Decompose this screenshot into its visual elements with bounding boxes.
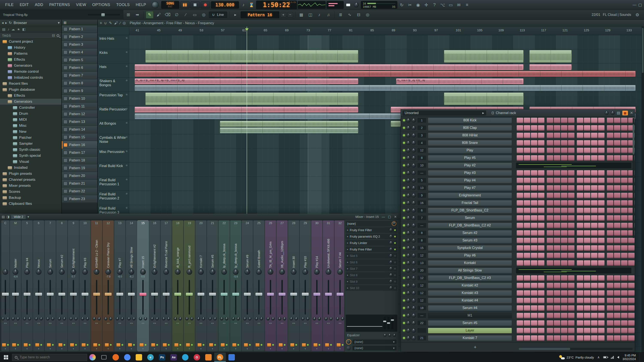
fx-slot-fruity-free-filter[interactable]: ▸Fruity Free Filter (346, 246, 397, 252)
browser-item-sampler[interactable]: Sampler (0, 141, 62, 147)
step-cell[interactable] (577, 215, 583, 221)
strip-fx-enable-led[interactable] (284, 344, 286, 346)
playlist-brush-icon[interactable]: 🖌 (114, 21, 118, 25)
step-cell[interactable] (584, 320, 590, 326)
strip-fx-enable-led[interactable] (122, 344, 123, 346)
fx-slot-mix-knob[interactable] (389, 228, 393, 232)
strip-stereo-knob[interactable] (255, 317, 258, 320)
step-cell[interactable] (561, 320, 567, 326)
step-cell[interactable] (614, 200, 620, 206)
strip-fx-enable-led[interactable] (330, 344, 332, 346)
fader-cap[interactable] (2, 293, 9, 296)
channel-mute-led[interactable] (403, 127, 405, 129)
step-cell[interactable] (517, 253, 523, 258)
channel-pan-knob[interactable] (406, 291, 410, 295)
browser-item-effects[interactable]: Effects (0, 93, 62, 99)
taskbar-app-firefox[interactable] (110, 353, 122, 362)
step-cell[interactable] (584, 208, 590, 213)
strip-fx-enable-led[interactable] (318, 344, 320, 346)
browser-item-channel-presets[interactable]: Channel presets (0, 177, 62, 183)
step-cell[interactable] (584, 260, 590, 266)
strip-fader[interactable] (300, 279, 311, 316)
step-cell[interactable] (517, 170, 523, 176)
strip-eq-knob[interactable] (6, 317, 10, 320)
paint-tool-icon[interactable]: 🖌 (155, 11, 162, 18)
mixer-maximize-icon[interactable]: ▢ (388, 215, 391, 219)
step-cell[interactable] (598, 133, 604, 138)
step-cell[interactable] (598, 170, 604, 176)
step-cell[interactable] (607, 215, 613, 221)
step-cell[interactable] (517, 298, 523, 303)
fader-cap[interactable] (302, 293, 309, 296)
step-cell[interactable] (621, 230, 628, 236)
strip-fader[interactable] (323, 279, 334, 316)
fx-slot-fruity-free-filter[interactable]: ▸Fruity Free Filter (346, 227, 397, 233)
strip-eq-knob[interactable] (109, 317, 112, 320)
step-cell[interactable] (621, 305, 628, 311)
channel-mixer-target[interactable]: 10 (418, 163, 426, 168)
step-cell[interactable] (531, 305, 537, 311)
step-cell[interactable] (577, 133, 583, 138)
channel-button-flp-db-shortbass-c2-2[interactable]: FLP_DB_ShortBass_C2 #2 (428, 223, 512, 228)
mixer-strip-master[interactable]: M··Master-6.6◂ ▸▾ (10, 220, 21, 351)
step-cell[interactable] (621, 193, 628, 198)
rack-swing-knob[interactable] (605, 111, 608, 115)
strip-fader[interactable] (68, 279, 79, 316)
channel-pan-knob[interactable] (406, 261, 410, 265)
strip-fx-icon[interactable] (105, 343, 109, 347)
track-led[interactable] (126, 164, 128, 166)
step-cell[interactable] (547, 305, 553, 311)
step-cell[interactable] (591, 313, 598, 318)
mixer-strip-lp-deep-ck-bossa[interactable]: 22··lp_deep.ck_bossa◂ ▸▾ (218, 220, 230, 351)
browser-star-icon[interactable]: ★ (17, 27, 20, 31)
step-cell[interactable] (568, 170, 574, 176)
step-cell[interactable] (538, 178, 544, 183)
step-cell[interactable] (614, 155, 620, 161)
step-cell[interactable] (584, 215, 590, 221)
channel-mute-led[interactable] (403, 232, 405, 234)
channel-mute-led[interactable] (403, 187, 405, 189)
browser-item-controller[interactable]: Controller (0, 105, 62, 111)
channel-volume-knob[interactable] (412, 283, 416, 288)
fx-slot-mix-knob[interactable] (389, 267, 393, 270)
mixer-strip-play-4[interactable]: 5··Play #4◂ ▸▾ (22, 220, 33, 351)
channel-mute-led[interactable] (403, 239, 405, 242)
channel-pan-knob[interactable] (406, 328, 410, 333)
step-cell[interactable] (621, 200, 628, 206)
strip-pan-knob[interactable] (233, 269, 238, 275)
strip-pan-knob[interactable] (302, 269, 308, 275)
playlist-track-cymbals-white-noise[interactable]: Cymbals & White Noise (98, 134, 129, 148)
step-cell[interactable] (614, 140, 620, 146)
metronome-icon[interactable]: ♪ (240, 1, 247, 8)
step-cell[interactable] (524, 178, 530, 183)
step-cell[interactable] (531, 336, 537, 341)
step-cell[interactable] (524, 118, 530, 123)
playlist-track-alt-bongos[interactable]: Alt Bongos (98, 120, 129, 134)
mixer-strip-serum-9[interactable]: 24··Serum #9◂ ▸▾ (242, 220, 253, 351)
fx-slot-enable-led[interactable] (394, 281, 396, 283)
strip-stereo-knob[interactable] (243, 317, 246, 320)
step-cell[interactable] (531, 283, 537, 288)
pattern-item-pattern-21[interactable]: Pattern 21 (62, 180, 97, 187)
fx-slot-enable-led[interactable] (394, 261, 396, 263)
step-cell[interactable] (577, 155, 583, 161)
strip-stereo-knob[interactable] (92, 317, 96, 320)
channel-mute-led[interactable] (403, 314, 405, 317)
step-cell[interactable] (614, 328, 620, 333)
strip-eq-knob[interactable] (144, 317, 147, 320)
step-cell[interactable] (584, 313, 590, 318)
step-cell[interactable] (591, 118, 598, 123)
strip-fx-icon[interactable] (314, 343, 318, 347)
fader-cap[interactable] (128, 293, 135, 296)
step-cell[interactable] (561, 223, 567, 228)
fader-cap[interactable] (279, 293, 286, 296)
strip-fx-enable-led[interactable] (191, 344, 193, 346)
channel-volume-knob[interactable] (412, 231, 416, 235)
strip-pan-knob[interactable] (326, 269, 331, 275)
strip-fader[interactable] (207, 279, 218, 316)
strip-eq-knob[interactable] (260, 317, 263, 320)
strip-fx-icon[interactable] (267, 343, 271, 347)
step-cell[interactable] (598, 275, 604, 281)
step-cell[interactable] (628, 313, 634, 318)
channel-pan-knob[interactable] (406, 276, 410, 280)
